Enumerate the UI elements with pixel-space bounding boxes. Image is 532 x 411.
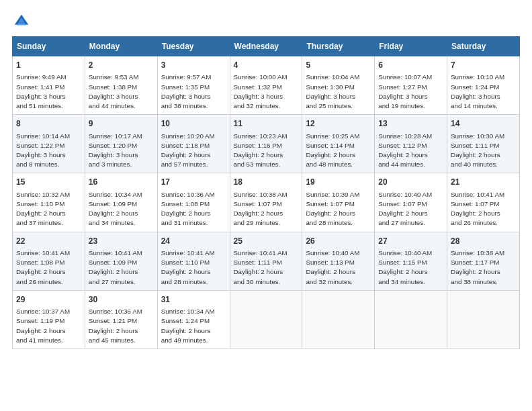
day-cell <box>375 290 447 349</box>
day-detail: Sunrise: 10:37 AM Sunset: 1:19 PM Daylig… <box>16 307 81 345</box>
weekday-header-sunday: Sunday <box>13 37 85 56</box>
day-number: 9 <box>89 118 154 130</box>
day-number: 14 <box>451 118 516 130</box>
day-number: 8 <box>16 118 81 130</box>
day-detail: Sunrise: 10:41 AM Sunset: 1:09 PM Daylig… <box>89 248 154 287</box>
day-number: 23 <box>89 236 154 247</box>
day-cell: 30Sunrise: 10:36 AM Sunset: 1:21 PM Dayl… <box>85 290 157 349</box>
weekday-header-thursday: Thursday <box>302 37 375 56</box>
day-cell: 18Sunrise: 10:38 AM Sunset: 1:07 PM Dayl… <box>230 173 302 232</box>
day-detail: Sunrise: 10:14 AM Sunset: 1:22 PM Daylig… <box>16 132 81 170</box>
week-row-3: 15Sunrise: 10:32 AM Sunset: 1:10 PM Dayl… <box>13 173 520 232</box>
day-number: 2 <box>89 60 154 71</box>
day-number: 21 <box>451 177 516 188</box>
day-detail: Sunrise: 10:40 AM Sunset: 1:07 PM Daylig… <box>378 190 443 228</box>
day-number: 20 <box>378 177 443 188</box>
day-number: 18 <box>234 177 299 188</box>
day-detail: Sunrise: 10:39 AM Sunset: 1:07 PM Daylig… <box>306 190 371 228</box>
day-cell: 14Sunrise: 10:30 AM Sunset: 1:11 PM Dayl… <box>447 115 520 173</box>
day-detail: Sunrise: 10:30 AM Sunset: 1:11 PM Daylig… <box>451 132 516 170</box>
day-cell: 28Sunrise: 10:38 AM Sunset: 1:17 PM Dayl… <box>447 232 520 290</box>
day-detail: Sunrise: 9:49 AM Sunset: 1:41 PM Dayligh… <box>16 73 81 111</box>
day-detail: Sunrise: 10:40 AM Sunset: 1:15 PM Daylig… <box>378 248 443 287</box>
day-number: 17 <box>161 177 226 188</box>
day-detail: Sunrise: 10:23 AM Sunset: 1:16 PM Daylig… <box>234 132 299 170</box>
day-cell: 13Sunrise: 10:28 AM Sunset: 1:12 PM Dayl… <box>375 115 447 173</box>
day-detail: Sunrise: 10:36 AM Sunset: 1:21 PM Daylig… <box>89 307 154 345</box>
day-detail: Sunrise: 10:10 AM Sunset: 1:24 PM Daylig… <box>451 73 516 111</box>
day-cell: 7Sunrise: 10:10 AM Sunset: 1:24 PM Dayli… <box>447 56 520 115</box>
day-detail: Sunrise: 10:40 AM Sunset: 1:13 PM Daylig… <box>306 248 371 287</box>
day-cell: 22Sunrise: 10:41 AM Sunset: 1:08 PM Dayl… <box>13 232 85 290</box>
day-detail: Sunrise: 10:38 AM Sunset: 1:07 PM Daylig… <box>234 190 299 228</box>
weekday-header-saturday: Saturday <box>447 37 520 56</box>
day-number: 4 <box>234 60 299 71</box>
day-number: 13 <box>378 118 443 130</box>
day-cell: 9Sunrise: 10:17 AM Sunset: 1:20 PM Dayli… <box>85 115 157 173</box>
day-cell: 16Sunrise: 10:34 AM Sunset: 1:09 PM Dayl… <box>85 173 157 232</box>
logo <box>12 12 34 31</box>
week-row-2: 8Sunrise: 10:14 AM Sunset: 1:22 PM Dayli… <box>13 115 520 173</box>
day-number: 22 <box>16 236 81 247</box>
week-row-1: 1Sunrise: 9:49 AM Sunset: 1:41 PM Daylig… <box>13 56 520 115</box>
day-detail: Sunrise: 10:17 AM Sunset: 1:20 PM Daylig… <box>89 132 154 170</box>
day-cell: 1Sunrise: 9:49 AM Sunset: 1:41 PM Daylig… <box>13 56 85 115</box>
day-cell <box>447 290 520 349</box>
day-number: 16 <box>89 177 154 188</box>
day-detail: Sunrise: 10:41 AM Sunset: 1:11 PM Daylig… <box>234 248 299 287</box>
day-cell: 2Sunrise: 9:53 AM Sunset: 1:38 PM Daylig… <box>85 56 157 115</box>
page: SundayMondayTuesdayWednesdayThursdayFrid… <box>0 0 532 411</box>
day-cell: 17Sunrise: 10:36 AM Sunset: 1:08 PM Dayl… <box>157 173 230 232</box>
day-number: 26 <box>306 236 371 247</box>
day-number: 11 <box>234 118 299 130</box>
week-row-4: 22Sunrise: 10:41 AM Sunset: 1:08 PM Dayl… <box>13 232 520 290</box>
weekday-header-wednesday: Wednesday <box>230 37 302 56</box>
day-cell: 19Sunrise: 10:39 AM Sunset: 1:07 PM Dayl… <box>302 173 375 232</box>
day-detail: Sunrise: 10:38 AM Sunset: 1:17 PM Daylig… <box>451 248 516 287</box>
day-detail: Sunrise: 9:53 AM Sunset: 1:38 PM Dayligh… <box>89 73 154 111</box>
day-number: 31 <box>161 294 226 306</box>
day-number: 27 <box>378 236 443 247</box>
day-cell: 31Sunrise: 10:34 AM Sunset: 1:24 PM Dayl… <box>157 290 230 349</box>
day-number: 7 <box>451 60 516 71</box>
day-cell: 24Sunrise: 10:41 AM Sunset: 1:10 PM Dayl… <box>157 232 230 290</box>
day-detail: Sunrise: 10:34 AM Sunset: 1:24 PM Daylig… <box>161 307 226 345</box>
day-detail: Sunrise: 10:04 AM Sunset: 1:30 PM Daylig… <box>306 73 371 111</box>
weekday-header-tuesday: Tuesday <box>157 37 230 56</box>
day-cell: 15Sunrise: 10:32 AM Sunset: 1:10 PM Dayl… <box>13 173 85 232</box>
day-detail: Sunrise: 10:34 AM Sunset: 1:09 PM Daylig… <box>89 190 154 228</box>
day-cell: 26Sunrise: 10:40 AM Sunset: 1:13 PM Dayl… <box>302 232 375 290</box>
day-cell: 12Sunrise: 10:25 AM Sunset: 1:14 PM Dayl… <box>302 115 375 173</box>
day-number: 10 <box>161 118 226 130</box>
day-detail: Sunrise: 10:07 AM Sunset: 1:27 PM Daylig… <box>378 73 443 111</box>
day-number: 1 <box>16 60 81 71</box>
weekday-header-monday: Monday <box>85 37 157 56</box>
day-detail: Sunrise: 10:28 AM Sunset: 1:12 PM Daylig… <box>378 132 443 170</box>
day-detail: Sunrise: 10:41 AM Sunset: 1:07 PM Daylig… <box>451 190 516 228</box>
week-row-5: 29Sunrise: 10:37 AM Sunset: 1:19 PM Dayl… <box>13 290 520 349</box>
day-cell: 21Sunrise: 10:41 AM Sunset: 1:07 PM Dayl… <box>447 173 520 232</box>
day-detail: Sunrise: 10:32 AM Sunset: 1:10 PM Daylig… <box>16 190 81 228</box>
day-cell: 10Sunrise: 10:20 AM Sunset: 1:18 PM Dayl… <box>157 115 230 173</box>
weekday-header-friday: Friday <box>375 37 447 56</box>
day-cell <box>302 290 375 349</box>
day-number: 19 <box>306 177 371 188</box>
day-number: 5 <box>306 60 371 71</box>
day-detail: Sunrise: 10:25 AM Sunset: 1:14 PM Daylig… <box>306 132 371 170</box>
header <box>12 12 520 31</box>
day-cell: 5Sunrise: 10:04 AM Sunset: 1:30 PM Dayli… <box>302 56 375 115</box>
day-detail: Sunrise: 10:36 AM Sunset: 1:08 PM Daylig… <box>161 190 226 228</box>
day-number: 25 <box>234 236 299 247</box>
day-cell: 23Sunrise: 10:41 AM Sunset: 1:09 PM Dayl… <box>85 232 157 290</box>
day-detail: Sunrise: 10:41 AM Sunset: 1:08 PM Daylig… <box>16 248 81 287</box>
day-cell <box>230 290 302 349</box>
day-number: 12 <box>306 118 371 130</box>
day-number: 6 <box>378 60 443 71</box>
day-cell: 25Sunrise: 10:41 AM Sunset: 1:11 PM Dayl… <box>230 232 302 290</box>
day-number: 24 <box>161 236 226 247</box>
day-cell: 4Sunrise: 10:00 AM Sunset: 1:32 PM Dayli… <box>230 56 302 115</box>
day-cell: 8Sunrise: 10:14 AM Sunset: 1:22 PM Dayli… <box>13 115 85 173</box>
day-cell: 20Sunrise: 10:40 AM Sunset: 1:07 PM Dayl… <box>375 173 447 232</box>
day-number: 15 <box>16 177 81 188</box>
day-cell: 27Sunrise: 10:40 AM Sunset: 1:15 PM Dayl… <box>375 232 447 290</box>
